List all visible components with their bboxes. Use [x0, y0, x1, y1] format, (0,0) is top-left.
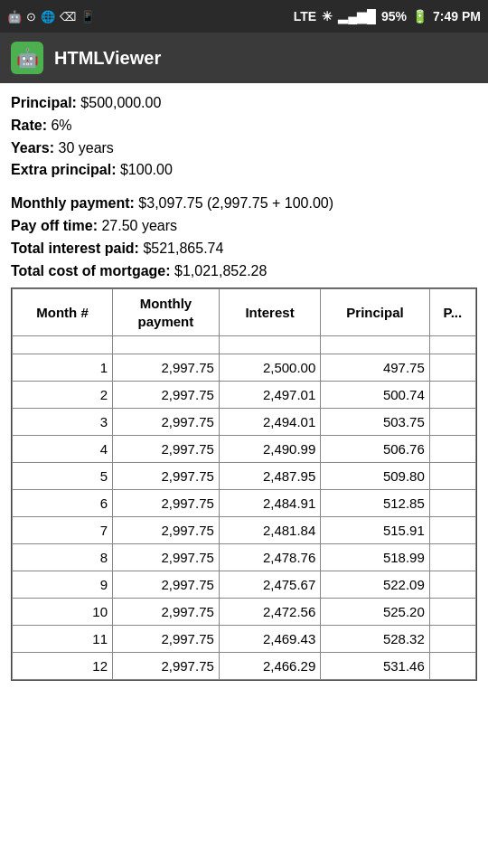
cell-month: 12 — [13, 653, 113, 680]
cell-payment: 2,997.75 — [113, 653, 220, 680]
cell-extra — [429, 490, 475, 517]
years-label: Years: — [11, 140, 54, 156]
col-payment: Monthlypayment — [113, 289, 220, 336]
status-bar: 🤖 ⊙ 🌐 ⌫ 📱 LTE ✳ ▂▄▆█ 95% 🔋 7:49 PM — [0, 0, 488, 33]
total-cost-value: $1,021,852.28 — [174, 263, 267, 278]
cell-interest: 2,481.84 — [219, 517, 320, 544]
cell-payment: 2,997.75 — [113, 354, 220, 382]
cell-interest: 2,469.43 — [219, 626, 320, 653]
cell-principal: 497.75 — [321, 354, 430, 382]
cell-interest: 2,500.00 — [219, 354, 320, 382]
cell-principal: 515.91 — [321, 517, 430, 544]
cell-payment: 2,997.75 — [113, 571, 220, 599]
cell-extra — [429, 653, 475, 680]
clock: 7:49 PM — [433, 9, 481, 24]
table-header-row: Month # Monthlypayment Interest Principa… — [13, 289, 476, 336]
total-cost-label: Total cost of mortgage: — [11, 263, 171, 278]
usb-icon: ⌫ — [60, 10, 76, 24]
cell-extra — [429, 354, 475, 382]
cell-month: 5 — [13, 463, 113, 490]
rate-value: 6% — [51, 118, 71, 133]
rate-line: Rate: 6% — [11, 115, 477, 137]
cell-interest: 2,478.76 — [219, 544, 320, 571]
principal-label: Principal: — [11, 95, 77, 110]
header-empty-row — [13, 336, 476, 354]
table-row: 9 2,997.75 2,475.67 522.09 — [13, 571, 476, 599]
info-section: Principal: $500,000.00 Rate: 6% Years: 3… — [11, 92, 477, 182]
cell-month: 8 — [13, 544, 113, 571]
cell-interest: 2,497.01 — [219, 382, 320, 409]
cell-month: 11 — [13, 626, 113, 653]
status-right: LTE ✳ ▂▄▆█ 95% 🔋 7:49 PM — [294, 9, 481, 24]
total-interest-value: $521,865.74 — [143, 241, 223, 256]
cell-extra — [429, 463, 475, 490]
wifi-icon: ⊙ — [26, 10, 36, 24]
cell-extra — [429, 382, 475, 409]
monthly-payment-label: Monthly payment: — [11, 195, 135, 211]
cell-extra — [429, 409, 475, 436]
cell-payment: 2,997.75 — [113, 626, 220, 653]
cell-interest: 2,490.99 — [219, 436, 320, 463]
app-icon-glyph: 🤖 — [16, 47, 39, 69]
years-value: 30 years — [59, 140, 114, 156]
cell-payment: 2,997.75 — [113, 544, 220, 571]
cell-payment: 2,997.75 — [113, 382, 220, 409]
cell-principal: 503.75 — [321, 409, 430, 436]
payoff-label: Pay off time: — [11, 218, 98, 233]
cell-principal: 531.46 — [321, 653, 430, 680]
signal-icon: ✳ — [322, 9, 333, 24]
total-interest-label: Total interest paid: — [11, 241, 139, 256]
table-row: 12 2,997.75 2,466.29 531.46 — [13, 653, 476, 680]
status-icons: 🤖 ⊙ 🌐 ⌫ 📱 — [7, 10, 95, 24]
cell-month: 7 — [13, 517, 113, 544]
cell-month: 9 — [13, 571, 113, 599]
years-line: Years: 30 years — [11, 137, 477, 160]
battery-icon: 🔋 — [412, 9, 427, 24]
cell-interest: 2,494.01 — [219, 409, 320, 436]
table-row: 8 2,997.75 2,478.76 518.99 — [13, 544, 476, 571]
cell-interest: 2,487.95 — [219, 463, 320, 490]
battery-level: 95% — [381, 9, 407, 24]
cell-month: 2 — [13, 382, 113, 409]
cell-month: 4 — [13, 436, 113, 463]
cell-principal: 506.76 — [321, 436, 430, 463]
extra-principal-line: Extra principal: $100.00 — [11, 159, 477, 182]
cell-month: 3 — [13, 409, 113, 436]
total-interest-line: Total interest paid: $521,865.74 — [11, 238, 477, 260]
table-row: 5 2,997.75 2,487.95 509.80 — [13, 463, 476, 490]
table-body: 1 2,997.75 2,500.00 497.75 2 2,997.75 2,… — [13, 354, 476, 680]
network-type: LTE — [294, 9, 316, 24]
cell-month: 6 — [13, 490, 113, 517]
col-principal: Principal — [321, 289, 430, 336]
cell-extra — [429, 599, 475, 626]
cell-payment: 2,997.75 — [113, 599, 220, 626]
amortization-table-wrapper[interactable]: Month # Monthlypayment Interest Principa… — [11, 288, 477, 681]
cell-interest: 2,484.91 — [219, 490, 320, 517]
cell-payment: 2,997.75 — [113, 409, 220, 436]
cell-interest: 2,472.56 — [219, 599, 320, 626]
cell-month: 10 — [13, 599, 113, 626]
cell-principal: 528.32 — [321, 626, 430, 653]
main-content: Principal: $500,000.00 Rate: 6% Years: 3… — [0, 83, 488, 681]
amortization-table: Month # Monthlypayment Interest Principa… — [12, 288, 476, 680]
table-row: 2 2,997.75 2,497.01 500.74 — [13, 382, 476, 409]
total-cost-line: Total cost of mortgage: $1,021,852.28 — [11, 260, 477, 283]
cell-payment: 2,997.75 — [113, 463, 220, 490]
signal-bars: ▂▄▆█ — [338, 9, 376, 24]
table-row: 6 2,997.75 2,484.91 512.85 — [13, 490, 476, 517]
payoff-value: 27.50 years — [101, 218, 177, 233]
rate-label: Rate: — [11, 118, 47, 133]
cell-principal: 518.99 — [321, 544, 430, 571]
cell-extra — [429, 544, 475, 571]
cell-principal: 512.85 — [321, 490, 430, 517]
extra-principal-label: Extra principal: — [11, 162, 116, 177]
cell-interest: 2,466.29 — [219, 653, 320, 680]
cell-month: 1 — [13, 354, 113, 382]
cell-extra — [429, 571, 475, 599]
table-row: 3 2,997.75 2,494.01 503.75 — [13, 409, 476, 436]
cell-principal: 509.80 — [321, 463, 430, 490]
app-icon: 🤖 — [11, 42, 43, 74]
table-row: 4 2,997.75 2,490.99 506.76 — [13, 436, 476, 463]
monthly-payment-value: $3,097.75 (2,997.75 + 100.00) — [138, 195, 333, 211]
summary-section: Monthly payment: $3,097.75 (2,997.75 + 1… — [11, 193, 477, 282]
